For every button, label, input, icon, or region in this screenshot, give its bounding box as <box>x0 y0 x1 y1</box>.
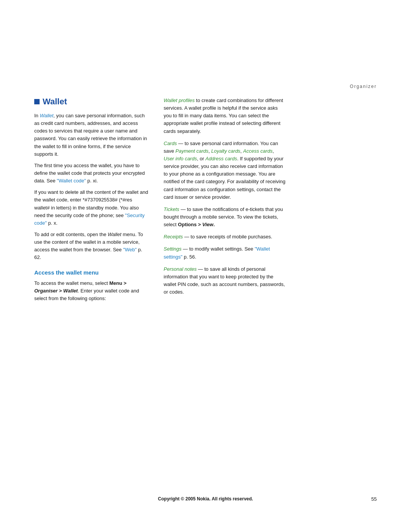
wallet-link-1[interactable]: Wallet <box>40 113 53 118</box>
address-cards-label: Address cards <box>206 156 237 161</box>
page-number: 55 <box>371 496 377 502</box>
wallet-code-link[interactable]: "Wallet code" <box>57 178 86 184</box>
view-italic-bold: View <box>202 222 213 227</box>
view-period: . <box>213 222 215 227</box>
paragraph-3: If you want to delete all the content of… <box>34 189 148 227</box>
content-area: Wallet In Wallet, you can save personal … <box>0 93 411 306</box>
settings-label: Settings <box>164 246 182 252</box>
page: Organizer Wallet In Wallet, you can save… <box>0 0 411 532</box>
options-bold: Options > <box>178 222 201 227</box>
entry-cards: Cards — to save personal card informatio… <box>164 140 285 201</box>
entry-receipts: Receipts — to save receipts of mobile pu… <box>164 233 285 241</box>
subsection-label: Access the wallet menu <box>34 269 99 276</box>
entry-personal-notes: Personal notes — to save all kinds of pe… <box>164 265 285 296</box>
user-info-cards-label: User info cards <box>164 156 197 161</box>
paragraph-2: The first time you access the wallet, yo… <box>34 162 148 185</box>
organiser-italic: Organiser <box>34 288 57 294</box>
entry-wallet-profiles: Wallet profiles to create card combinati… <box>164 97 285 135</box>
access-cards-label: Access cards <box>243 148 272 154</box>
access-paragraph-1: To access the wallet menu, select Menu >… <box>34 280 148 302</box>
security-code-link[interactable]: "Security code" <box>34 212 145 226</box>
cards-label: Cards <box>164 141 177 146</box>
wallet-italic-1: Wallet <box>108 232 121 237</box>
copyright-label: Copyright © 2005 Nokia. All rights reser… <box>158 496 253 502</box>
page-title: Wallet <box>43 97 67 107</box>
copyright-text: Copyright © 2005 Nokia. All rights reser… <box>0 496 411 502</box>
payment-cards-label: Payment cards <box>175 148 209 154</box>
arrow-bold: > <box>59 288 62 294</box>
wallet-profiles-label: Wallet profiles <box>164 97 194 103</box>
paragraph-4: To add or edit contents, open the Wallet… <box>34 231 148 262</box>
header-organizer: Organizer <box>0 0 411 93</box>
menu-bold: Menu > <box>109 280 126 286</box>
tickets-label: Tickets <box>164 206 179 212</box>
web-link[interactable]: "Web" <box>123 247 137 252</box>
header-label: Organizer <box>350 84 377 89</box>
section-title: Wallet <box>34 97 148 107</box>
left-column: Wallet In Wallet, you can save personal … <box>34 97 148 306</box>
footer: Copyright © 2005 Nokia. All rights reser… <box>0 496 411 502</box>
wallet-menu-italic: Wallet <box>63 288 78 294</box>
title-square-icon <box>34 99 40 104</box>
right-column: Wallet profiles to create card combinati… <box>164 97 285 306</box>
loyalty-cards-label: Loyalty cards <box>211 148 241 154</box>
entry-settings: Settings — to modify wallet settings. Se… <box>164 245 285 260</box>
personal-notes-label: Personal notes <box>164 266 197 272</box>
paragraph-1: In Wallet, you can save personal informa… <box>34 112 148 158</box>
subsection-title: Access the wallet menu <box>34 269 148 276</box>
entry-tickets: Tickets — to save the notifications of e… <box>164 206 285 228</box>
receipts-label: Receipts <box>164 234 183 240</box>
